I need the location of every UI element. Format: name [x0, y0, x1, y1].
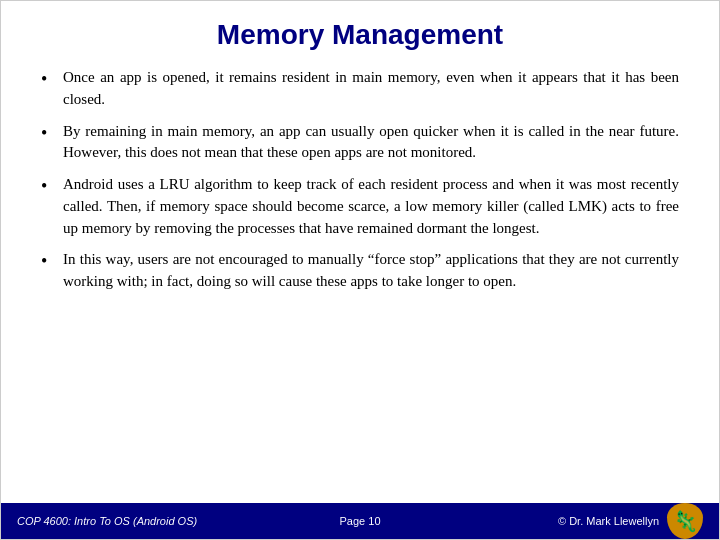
bullet-dot-2: • — [41, 120, 59, 146]
bullet-text-4: In this way, users are not encouraged to… — [63, 249, 679, 293]
bullet-text-2: By remaining in main memory, an app can … — [63, 121, 679, 165]
slide-container: Memory Management • Once an app is opene… — [0, 0, 720, 540]
bullet-item-4: • In this way, users are not encouraged … — [41, 249, 679, 293]
slide-title: Memory Management — [1, 1, 719, 63]
slide-footer: COP 4600: Intro To OS (Android OS) Page … — [1, 503, 719, 539]
gecko-logo-icon — [667, 503, 703, 539]
footer-page: Page 10 — [246, 515, 475, 527]
bullet-item-1: • Once an app is opened, it remains resi… — [41, 67, 679, 111]
footer-course: COP 4600: Intro To OS (Android OS) — [17, 515, 246, 527]
bullet-dot-4: • — [41, 248, 59, 274]
bullet-item-3: • Android uses a LRU algorithm to keep t… — [41, 174, 679, 239]
bullet-dot-3: • — [41, 173, 59, 199]
slide-content: • Once an app is opened, it remains resi… — [1, 63, 719, 503]
bullet-text-3: Android uses a LRU algorithm to keep tra… — [63, 174, 679, 239]
bullet-dot-1: • — [41, 66, 59, 92]
bullet-item-2: • By remaining in main memory, an app ca… — [41, 121, 679, 165]
bullet-text-1: Once an app is opened, it remains reside… — [63, 67, 679, 111]
footer-copyright: © Dr. Mark Llewellyn — [474, 503, 703, 539]
